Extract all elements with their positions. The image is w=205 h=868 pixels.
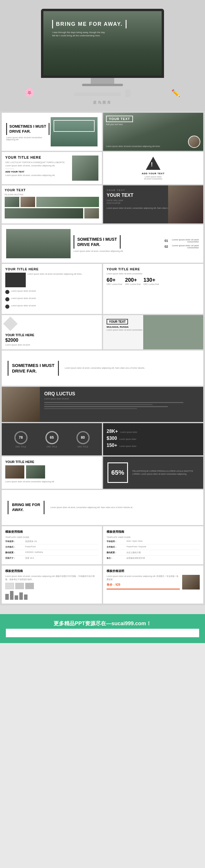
sometimes2-title: SOMETIMES I MUSTDRIVE FAR. — [74, 235, 121, 249]
pricing-inner: Lorem ipsum dolor sit amet consectetur a… — [107, 575, 200, 589]
mouse — [125, 89, 131, 97]
stat-130-label: ORC Luctus Erat — [144, 283, 159, 285]
hero-section: BRING ME FOR AWAY. I was through the day… — [0, 0, 205, 111]
flower-vase: 🌸 — [21, 88, 38, 97]
sometimes-image — [51, 117, 97, 147]
bottom-spacer — [0, 643, 205, 649]
monitor: BRING ME FOR AWAY. I was through the day… — [41, 9, 164, 78]
guide2-title: 模板使用指南 — [107, 530, 200, 534]
guide-val-3: #333333 / #e85d2a — [25, 551, 98, 554]
guide2-row-4: 备注： 如需修改请联系作者 — [107, 557, 200, 560]
slide-your-title-3: YOUR TITLE HERE Lorem ipsum dolor sit am… — [2, 457, 102, 489]
circle-label-78: ORC TITLE — [16, 446, 26, 448]
guide2-label-4: 备注： — [107, 557, 124, 560]
guide2-label-3: 颜色配置： — [107, 551, 124, 554]
orq-line-3 — [44, 406, 168, 407]
sometimes2-desc: Lorem ipsum dolor sit amet, consectetur … — [74, 250, 123, 252]
ssp-300-num: $300 — [107, 436, 117, 441]
hero-subtitle: I was through the days being away, thoug… — [52, 31, 105, 37]
circle-ring-80: 80 — [77, 431, 90, 444]
dot-item-2: Lorem ipsum dolor sit amet — [5, 297, 98, 301]
mini-slide-3 — [25, 583, 34, 589]
stat-60-num: 60+ — [107, 277, 122, 283]
ssp-28k-label: Lorem ipsum dolor — [120, 431, 137, 433]
diamond-title: YOUR TITLE HERE — [5, 333, 98, 337]
footer-main-text: 更多精品PPT资源尽在—sucai999.com！ — [6, 620, 199, 627]
usage-bar-1 — [5, 594, 9, 600]
num-01: 01 Lorem ipsum dolor sit amet consectetu… — [165, 239, 199, 243]
stat-130: 130+ ORC Luctus Erat — [144, 277, 159, 285]
guide2-row-2: 文件格式： PowerPoint / Keynote — [107, 546, 200, 549]
circle-label-80: ORC TITLE — [78, 446, 88, 448]
stats1-body: Lorem ipsum dolor sit amet consectetur — [107, 273, 200, 275]
pg-thumb5 — [84, 208, 99, 218]
sometimes2-nums: 01 Lorem ipsum dolor sit amet consectetu… — [165, 239, 199, 249]
slide-your-title-1: YOUR TITLE HERE ORC LUCTUS AT TORTOR A C… — [2, 152, 102, 184]
guide-val-2: PowerPoint — [25, 546, 98, 549]
yt3-img1 — [5, 465, 24, 478]
stat-60-label: ORC Luctus Erat — [107, 283, 122, 285]
ytd-image — [168, 185, 203, 223]
slide-guide-2: 模板使用指南 TEMPLATE USER GUIDE 字体使用： Arial /… — [103, 526, 203, 564]
ssp-300-label: Lorem ipsum dolor — [119, 438, 137, 440]
brand-name: 星鸟图库 — [93, 100, 112, 105]
dot-text-3: Lorem ipsum dolor sit amet — [11, 304, 36, 307]
pg-title: YOUR TEXT — [5, 188, 99, 192]
diamond-desc: Lorem ipsum dolor sit amet — [5, 344, 98, 346]
slide-your-text-dark: YOUR TEXT YOUR TEXT DATE WILLIAMDISCOURS… — [103, 185, 203, 223]
guide-div-1 — [5, 544, 98, 545]
circle-val-65: 65 — [50, 435, 54, 440]
title1-body1: ORC LUCTUS AT TORTOR A CONSEQUAT TURPIS … — [5, 161, 70, 167]
bring-desc: Lorem ipsum dolor sit amet, consectetur … — [50, 506, 133, 509]
slides-grid: SOMETIMES I MUSTDRIVE FAR. Lorem ipsum d… — [0, 111, 205, 605]
stat-200: 200+ ORC Luctus Erat — [125, 277, 141, 285]
sometimes2-img — [6, 229, 70, 258]
orq-content: ORQ LUCTUS Lorem ipsum dolor sit amet — [40, 387, 203, 422]
title1-text: YOUR TITLE HERE ORC LUCTUS AT TORTOR A C… — [5, 155, 70, 181]
orq-line-2 — [44, 404, 153, 405]
footer-url: www.sucai999.com — [12, 630, 193, 636]
dot-1 — [5, 290, 9, 294]
pg-thumb2 — [21, 197, 35, 207]
orq-line-1 — [44, 402, 183, 403]
slide-stats-plus: 28K+ Lorem ipsum dolor $300 Lorem ipsum … — [103, 423, 203, 455]
ssp-150-num: 150+ — [107, 443, 117, 448]
ssp-150: 150+ Lorem ipsum dolor — [107, 443, 200, 448]
slide-sometimes-2: SOMETIMES I MUSTDRIVE FAR. Lorem ipsum d… — [2, 225, 203, 263]
slide-guide-1: 模板使用指南 TEMPLATE USER GUIDE 字体使用： 思源黑体 CN… — [2, 526, 102, 564]
yt2-body: Lorem ipsum dolor sit amet consectetur a… — [28, 273, 98, 287]
mini-slide-1 — [5, 583, 14, 589]
pct-num: 65% — [111, 469, 124, 476]
image-white-box — [54, 120, 95, 132]
yt1-portrait — [188, 135, 200, 148]
guide-row-1: 字体使用： 思源黑体 CN — [5, 540, 98, 543]
guide2-val-1: Arial / Open Sans — [126, 540, 200, 543]
yt2-laptop — [5, 273, 26, 287]
stats1-row: 60+ ORC Luctus Erat 200+ ORC Luctus Erat… — [107, 277, 200, 285]
title1-img — [72, 155, 98, 181]
orq-photo — [2, 387, 40, 422]
yt3-body: Lorem ipsum dolor sit amet consectetur a… — [5, 480, 98, 483]
yt2-dotlist: Lorem ipsum dolor sit amet Lorem ipsum d… — [5, 290, 98, 310]
title1-body2: Lorem ipsum dolor sit amet, consectetur … — [5, 174, 70, 177]
pg-thumb3 — [36, 197, 99, 207]
monitor-overlay: BRING ME FOR AWAY. I was through the day… — [52, 20, 126, 37]
yt3-img2 — [26, 465, 45, 478]
guide-div-2 — [5, 550, 98, 550]
guide-row-4: 页面尺寸： 宽屏 16:9 — [5, 557, 98, 560]
yt3-title: YOUR TITLE HERE — [5, 460, 98, 464]
guide2-div-3 — [107, 555, 200, 556]
ssf-desc: Lorem ipsum dolor sit amet, consectetur … — [65, 367, 145, 370]
desk-area: 🌸 ✏️ — [21, 88, 184, 97]
pg-row1 — [5, 197, 99, 207]
guide2-sub: TEMPLATE USER GUIDE — [107, 536, 200, 538]
ssp-150-label: Lorem ipsum dolor — [119, 445, 137, 447]
usage-bar-2 — [10, 591, 13, 600]
pricing-title: 模板价格说明 — [107, 569, 200, 573]
slide-bring-away: BRING ME FORAWAY. Lorem ipsum dolor sit … — [2, 490, 203, 525]
pricing-price: 售价：¥29 — [107, 583, 180, 587]
dot-item-1: Lorem ipsum dolor sit amet — [5, 290, 98, 294]
yt2-imgs: Lorem ipsum dolor sit amet consectetur a… — [5, 273, 98, 287]
yt1-title: YOUR TEXT — [106, 116, 133, 122]
guide2-val-4: 如需修改请联系作者 — [126, 557, 200, 560]
